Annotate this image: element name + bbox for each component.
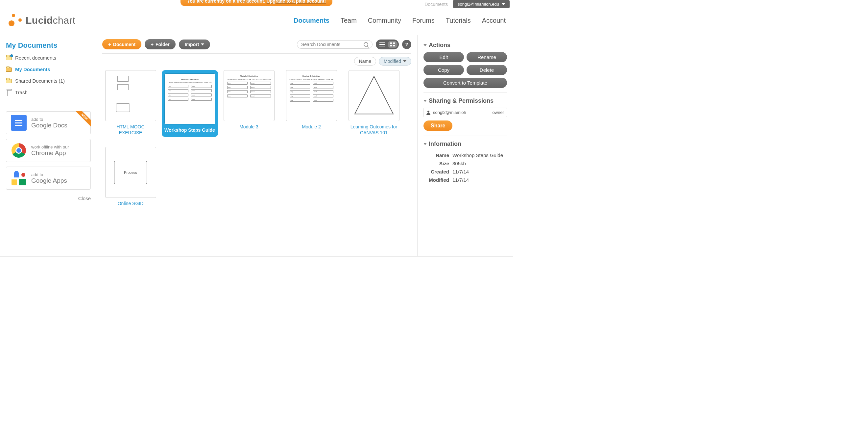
search-icon bbox=[364, 42, 368, 47]
close-promos-link[interactable]: Close bbox=[6, 196, 91, 201]
document-thumbnail bbox=[348, 70, 400, 121]
actions-section-header[interactable]: Actions bbox=[424, 42, 507, 49]
chevron-down-icon bbox=[201, 44, 204, 46]
user-menu[interactable]: songl2@miamion.edu bbox=[453, 0, 509, 8]
triangle-icon bbox=[352, 74, 396, 117]
sidebar-item-label: My Documents bbox=[15, 66, 50, 72]
edit-button[interactable]: Edit bbox=[424, 52, 464, 62]
nav-community[interactable]: Community bbox=[368, 17, 401, 24]
button-label: Folder bbox=[156, 42, 169, 47]
help-button[interactable]: ? bbox=[402, 40, 411, 49]
info-row: Size305kb bbox=[424, 160, 506, 167]
chrome-icon bbox=[11, 143, 27, 158]
sidebar-item-label: Shared Documents (1) bbox=[15, 78, 65, 84]
nav-team[interactable]: Team bbox=[341, 17, 357, 24]
document-card[interactable]: Learning Outcomes for CANVAS 101 bbox=[348, 70, 400, 137]
nav-forums[interactable]: Forums bbox=[412, 17, 435, 24]
google-docs-icon bbox=[11, 115, 27, 131]
document-label: Workshop Steps Guide bbox=[164, 127, 215, 133]
rename-button[interactable]: Rename bbox=[467, 52, 507, 62]
new-document-button[interactable]: + Document bbox=[102, 39, 142, 49]
sidebar-item-my-documents[interactable]: My Documents bbox=[6, 66, 91, 72]
nav-documents[interactable]: Documents bbox=[293, 17, 330, 24]
convert-button[interactable]: Convert to Template bbox=[424, 78, 507, 88]
folder-icon bbox=[6, 67, 12, 72]
nav-account[interactable]: Account bbox=[482, 17, 506, 24]
folder-icon bbox=[6, 79, 12, 83]
info-value: 305kb bbox=[451, 160, 506, 167]
info-table: NameWorkshop Steps Guide Size305kb Creat… bbox=[424, 151, 507, 184]
document-thumbnail: Module 3 Activities Canvas Instructor Wo… bbox=[224, 70, 275, 121]
info-value: 11/7/14 bbox=[451, 168, 506, 175]
section-title: Sharing & Permissions bbox=[429, 97, 494, 104]
document-thumbnail: Module 3 Activities Canvas Instructor Wo… bbox=[164, 74, 215, 124]
information-section-header[interactable]: Information bbox=[424, 141, 507, 147]
document-card[interactable]: Module 3 Activities Canvas Instructor Wo… bbox=[286, 70, 337, 137]
promo-big: Google Apps bbox=[31, 177, 67, 184]
grid-view-button[interactable] bbox=[388, 41, 398, 48]
promo-big: Google Docs bbox=[31, 122, 67, 129]
document-thumbnail: Process bbox=[105, 147, 156, 198]
top-documents-link[interactable]: Documents bbox=[425, 2, 448, 7]
document-grid: HTML MOOC EXERCISE Module 3 Activities C… bbox=[102, 70, 411, 206]
new-folder-button[interactable]: + Folder bbox=[145, 39, 176, 49]
promo-small: work offline with our bbox=[31, 144, 69, 149]
google-apps-icon bbox=[11, 170, 27, 186]
permission-row[interactable]: songl2@miamioh owner bbox=[424, 108, 507, 117]
chevron-down-icon bbox=[502, 3, 505, 5]
document-card[interactable]: HTML MOOC EXERCISE bbox=[105, 70, 156, 137]
button-label: Import bbox=[185, 42, 199, 47]
sidebar-item-shared[interactable]: Shared Documents (1) bbox=[6, 78, 91, 84]
chevron-down-icon bbox=[424, 100, 427, 102]
document-thumbnail: Module 3 Activities Canvas Instructor Wo… bbox=[286, 70, 337, 121]
plus-icon: + bbox=[151, 41, 154, 47]
sort-name-button[interactable]: Name bbox=[354, 57, 376, 65]
sidebar-item-label: Recent documents bbox=[15, 55, 56, 61]
promo-google-docs[interactable]: add to Google Docs NEW! bbox=[6, 111, 91, 134]
button-label: Document bbox=[113, 42, 135, 47]
document-label: Module 2 bbox=[302, 124, 321, 130]
logo[interactable]: Lucidchart bbox=[7, 13, 75, 28]
documents-toolbar: + Document + Folder Import bbox=[102, 39, 411, 54]
share-button[interactable]: Share bbox=[424, 120, 453, 131]
promo-big: Chrome App bbox=[31, 149, 69, 157]
document-label: Learning Outcomes for CANVAS 101 bbox=[348, 124, 400, 136]
permission-role: owner bbox=[493, 110, 504, 115]
info-row: Created11/7/14 bbox=[424, 168, 506, 175]
banner-text: You are currently on a free account. bbox=[187, 0, 267, 4]
copy-button[interactable]: Copy bbox=[424, 65, 464, 75]
document-list-panel: + Document + Folder Import bbox=[96, 35, 417, 256]
list-view-button[interactable] bbox=[377, 41, 387, 48]
nav-tutorials[interactable]: Tutorials bbox=[446, 17, 471, 24]
sidebar-item-label: Trash bbox=[15, 89, 28, 95]
document-card[interactable]: Process Online SGID bbox=[105, 147, 156, 206]
promo-small: add to bbox=[31, 117, 67, 122]
logo-text: Lucidchart bbox=[26, 15, 75, 26]
promo-chrome-app[interactable]: work offline with our Chrome App bbox=[6, 139, 91, 162]
search-input[interactable] bbox=[301, 42, 364, 47]
trash-icon bbox=[6, 90, 12, 95]
import-button[interactable]: Import bbox=[179, 39, 210, 49]
sort-controls: Name Modified bbox=[102, 57, 411, 65]
details-panel: Actions Edit Rename Copy Delete Convert … bbox=[417, 35, 513, 256]
logo-icon bbox=[7, 13, 22, 28]
person-icon bbox=[427, 111, 430, 115]
pill-label: Modified bbox=[384, 59, 401, 64]
info-value: Workshop Steps Guide bbox=[451, 151, 506, 159]
delete-button[interactable]: Delete bbox=[467, 65, 507, 75]
sharing-section-header[interactable]: Sharing & Permissions bbox=[424, 97, 507, 104]
grid-icon bbox=[390, 42, 395, 47]
promo-google-apps[interactable]: add to Google Apps bbox=[6, 167, 91, 190]
sidebar-item-recent[interactable]: Recent documents bbox=[6, 55, 91, 61]
upgrade-banner[interactable]: You are currently on a free account. Upg… bbox=[181, 0, 332, 6]
document-card[interactable]: Module 3 Activities Canvas Instructor Wo… bbox=[223, 70, 275, 137]
sort-modified-button[interactable]: Modified bbox=[379, 57, 411, 65]
search-box[interactable] bbox=[297, 40, 373, 49]
divider bbox=[0, 256, 513, 257]
promo-small: add to bbox=[31, 172, 67, 177]
info-key: Created bbox=[424, 168, 451, 175]
document-card-selected[interactable]: Module 3 Activities Canvas Instructor Wo… bbox=[164, 67, 215, 140]
info-key: Modified bbox=[424, 176, 451, 184]
sidebar-item-trash[interactable]: Trash bbox=[6, 89, 91, 95]
upgrade-link[interactable]: Upgrade to a paid account! bbox=[267, 0, 326, 4]
